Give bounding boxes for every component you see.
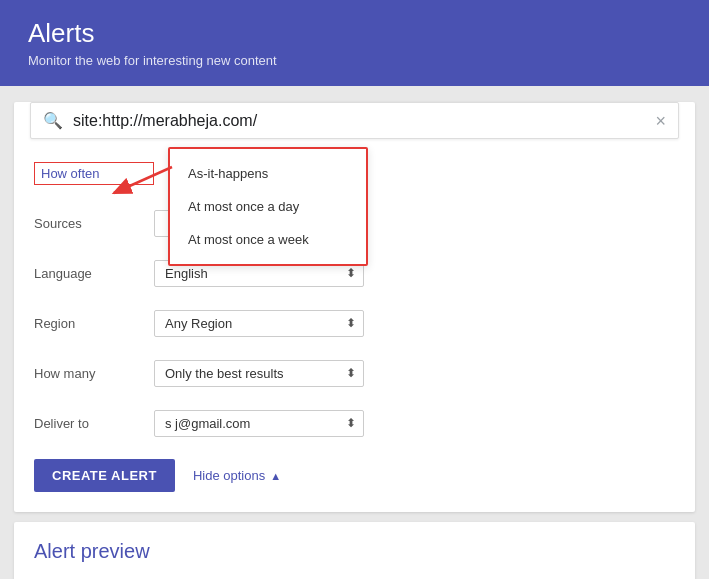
preview-card: Alert preview BLOGS	[14, 522, 695, 579]
red-arrow-icon	[104, 163, 174, 201]
hide-options-label: Hide options	[193, 468, 265, 483]
dropdown-item-as-it-happens[interactable]: As-it-happens	[170, 157, 366, 190]
page-header: Alerts Monitor the web for interesting n…	[0, 0, 709, 86]
page-subtitle: Monitor the web for interesting new cont…	[28, 53, 681, 68]
clear-icon[interactable]: ×	[655, 112, 666, 130]
how-often-dropdown: As-it-happens At most once a day At most…	[168, 147, 368, 266]
search-input[interactable]	[73, 112, 655, 130]
how-many-select-wrapper: Only the best results ⬍	[154, 360, 364, 387]
deliver-to-select[interactable]: s j@gmail.com	[154, 410, 364, 437]
region-select[interactable]: Any Region	[154, 310, 364, 337]
deliver-to-row: Deliver to s j@gmail.com ⬍	[34, 405, 675, 441]
search-icon: 🔍	[43, 111, 63, 130]
dropdown-item-once-a-day[interactable]: At most once a day	[170, 190, 366, 223]
form-area: How often As-it-happens At most once a d…	[14, 155, 695, 441]
region-select-wrapper: Any Region ⬍	[154, 310, 364, 337]
hide-options-link[interactable]: Hide options ▲	[193, 468, 281, 483]
how-many-select[interactable]: Only the best results	[154, 360, 364, 387]
preview-title: Alert preview	[34, 540, 675, 563]
deliver-to-select-wrapper: s j@gmail.com ⬍	[154, 410, 364, 437]
how-many-label: How many	[34, 366, 154, 381]
region-row: Region Any Region ⬍	[34, 305, 675, 341]
hide-options-arrow-icon: ▲	[270, 470, 281, 482]
deliver-to-label: Deliver to	[34, 416, 154, 431]
dropdown-item-once-a-week[interactable]: At most once a week	[170, 223, 366, 256]
search-bar: 🔍 ×	[30, 102, 679, 139]
main-card: 🔍 × How often As-it-happens At most once…	[14, 102, 695, 512]
region-label: Region	[34, 316, 154, 331]
actions-row: CREATE ALERT Hide options ▲	[14, 455, 695, 492]
svg-line-1	[114, 167, 172, 193]
how-often-row: How often As-it-happens At most once a d…	[34, 155, 675, 191]
language-label: Language	[34, 266, 154, 281]
sources-label: Sources	[34, 216, 154, 231]
create-alert-button[interactable]: CREATE ALERT	[34, 459, 175, 492]
how-many-row: How many Only the best results ⬍	[34, 355, 675, 391]
page-title: Alerts	[28, 18, 681, 49]
